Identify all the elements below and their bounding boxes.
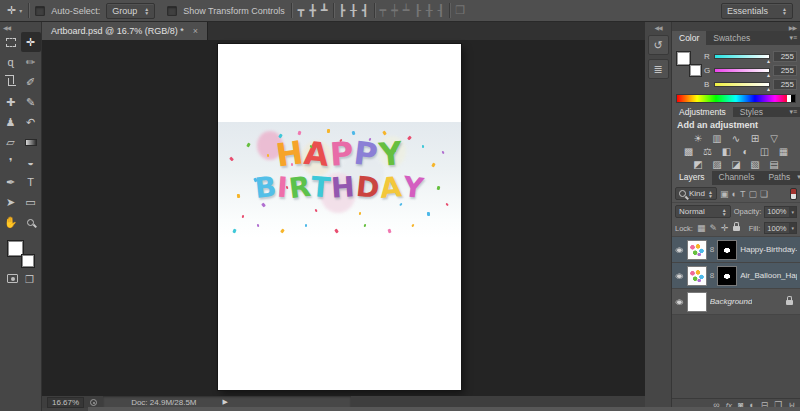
healing-brush-tool[interactable]: ✚ [1,92,21,112]
distribute-right-edges-icon[interactable]: ┨ [438,5,445,16]
auto-select-checkbox[interactable] [35,6,45,16]
align-left-edges-icon[interactable]: ┣ [339,5,346,16]
color-balance-icon[interactable]: ⚖ [700,145,716,158]
filter-smart-objects-icon[interactable]: ❏ [760,189,768,199]
properties-panel-icon[interactable]: ≣ [648,59,669,79]
layer-visibility-toggle[interactable]: ◉ [675,272,684,280]
history-brush-tool[interactable]: ↶ [21,112,41,132]
quick-selection-tool[interactable]: ✏ [21,52,41,72]
workspace-switcher[interactable]: Essentials ▲▼ [721,3,793,19]
background-color-swatch[interactable] [689,64,702,77]
lock-transparency-icon[interactable]: ▦ [697,223,706,233]
layer-name[interactable]: Air_Balloon_Hap... [740,271,797,280]
close-icon[interactable]: × [193,26,198,36]
align-bottom-edges-icon[interactable]: ┻ [321,5,328,16]
history-panel-icon[interactable]: ↺ [648,35,669,55]
clone-stamp-tool[interactable]: ♟ [1,112,21,132]
layer-filter-toggle[interactable] [790,188,797,200]
distribute-vertical-centers-icon[interactable]: ┿ [391,5,398,16]
crop-tool[interactable] [1,72,21,92]
black-white-icon[interactable]: ◧ [719,145,735,158]
layer-visibility-toggle[interactable]: ◉ [675,298,684,306]
collapse-dock-icon[interactable]: ▶▶ [672,22,800,31]
filter-shape-layers-icon[interactable]: ▢ [748,189,757,199]
layer-row[interactable]: ◉Background [672,289,800,315]
curves-icon[interactable]: ∿ [728,132,744,145]
auto-align-layers-icon[interactable]: ❒ [455,5,465,16]
photo-filter-icon[interactable]: ◐ [738,145,754,158]
layer-thumbnail[interactable] [687,266,707,286]
tab-styles[interactable]: Styles [733,107,770,117]
move-tool[interactable]: ✛ [21,32,41,52]
lasso-tool[interactable]: ɋ [1,52,21,72]
panel-menu-icon[interactable]: ▾≡ [789,108,800,116]
green-value-field[interactable]: 255 [773,65,797,76]
gradient-map-icon[interactable]: ▧ [747,158,763,171]
levels-icon[interactable]: ▥ [709,132,725,145]
dodge-tool[interactable]: ◒ [21,152,41,172]
eraser-tool[interactable]: ▱ [1,132,21,152]
hand-tool[interactable]: ✋ [1,212,21,232]
align-right-edges-icon[interactable]: ┫ [362,5,369,16]
blue-slider[interactable]: ▲ [714,82,770,87]
layer-visibility-toggle[interactable]: ◉ [675,246,684,254]
zoom-tool[interactable] [21,212,41,232]
layer-row[interactable]: ◉8Air_Balloon_Hap... [672,263,800,289]
align-vertical-centers-icon[interactable]: ╋ [309,5,316,16]
filter-adjustment-layers-icon[interactable]: ◐ [731,189,736,199]
current-tool-badge[interactable]: ✛ ▾ [7,4,22,17]
align-horizontal-centers-icon[interactable]: ╂ [350,5,357,16]
tab-paths[interactable]: Paths [761,169,797,185]
rectangular-marquee-tool[interactable] [1,32,21,52]
lock-all-icon[interactable] [733,226,740,231]
brightness-contrast-icon[interactable]: ☀ [690,132,706,145]
tab-channels[interactable]: Channels [712,169,762,185]
pen-tool[interactable]: ✒ [1,172,21,192]
tab-layers[interactable]: Layers [672,169,712,185]
distribute-top-edges-icon[interactable]: ┯ [380,5,387,16]
mask-link-icon[interactable]: 8 [710,271,714,280]
auto-select-target-dropdown[interactable]: Group ▲▼ [106,3,155,19]
layer-name[interactable]: Happy-Birthday-... [740,245,797,254]
selective-color-icon[interactable]: ▤ [766,158,782,171]
lock-pixels-icon[interactable]: ✎ [709,223,717,233]
threshold-icon[interactable]: ◪ [728,158,744,171]
align-top-edges-icon[interactable]: ┳ [298,5,305,16]
tab-swatches[interactable]: Swatches [706,31,757,45]
exposure-icon[interactable]: ⊞ [747,132,763,145]
filter-kind-dropdown[interactable]: Kind ▲▼ [675,187,717,200]
red-value-field[interactable]: 255 [773,51,797,62]
lock-position-icon[interactable]: ✛ [721,223,729,233]
zoom-level-field[interactable]: 16.67% [47,397,84,408]
distribute-horizontal-centers-icon[interactable]: ╂ [426,5,433,16]
color-lookup-icon[interactable]: ▦ [776,145,792,158]
shape-tool[interactable]: ▭ [21,192,41,212]
hue-saturation-icon[interactable]: ▩ [681,145,697,158]
vibrance-icon[interactable]: ▽ [766,132,782,145]
layer-name[interactable]: Background [710,297,753,306]
distribute-bottom-edges-icon[interactable]: ┷ [403,5,410,16]
tab-color[interactable]: Color [672,31,706,45]
brush-tool[interactable]: ✎ [21,92,41,112]
channel-mixer-icon[interactable]: ◫ [757,145,773,158]
distribute-left-edges-icon[interactable]: ┠ [414,5,421,16]
status-flyout-icon[interactable]: ▶ [223,398,228,406]
blue-value-field[interactable]: 255 [773,79,797,90]
path-selection-tool[interactable]: ➤ [1,192,21,212]
invert-icon[interactable]: ◩ [690,158,706,171]
color-spectrum-ramp[interactable] [676,94,796,103]
posterize-icon[interactable]: ▨ [709,158,725,171]
layer-mask-thumbnail[interactable] [717,240,737,260]
artboard[interactable]: HAPPY BIRTHDAY [218,44,461,390]
gradient-tool[interactable] [21,132,41,152]
background-color-swatch[interactable] [21,254,35,268]
layer-thumbnail[interactable] [687,240,707,260]
collapse-panel-icon[interactable]: ◀◀ [0,22,41,32]
fill-field[interactable]: 100% ▾ [764,222,797,234]
eyedropper-tool[interactable]: ✐ [21,72,41,92]
layer-thumbnail[interactable] [687,292,707,312]
layer-mask-thumbnail[interactable] [717,266,737,286]
opacity-field[interactable]: 100% ▾ [764,206,797,218]
green-slider[interactable]: ▲ [714,68,770,73]
panel-menu-icon[interactable]: ▾≡ [789,34,800,42]
